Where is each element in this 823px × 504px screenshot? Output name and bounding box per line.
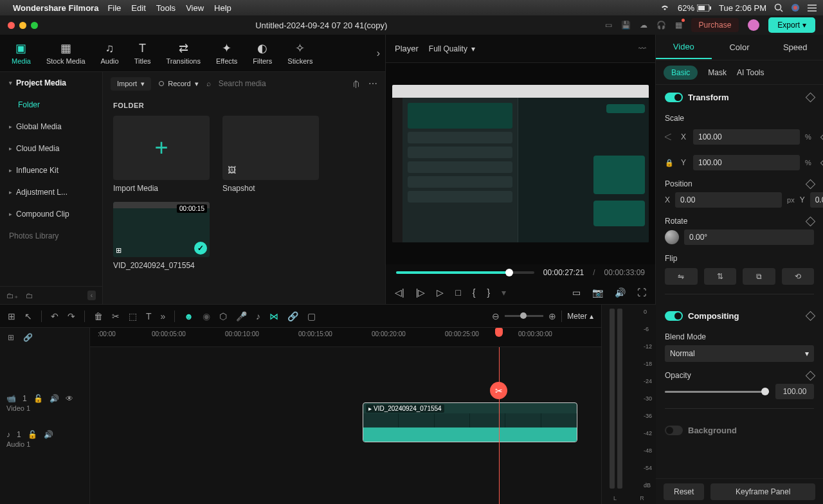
more-tools-icon[interactable]: »	[161, 311, 166, 321]
tabs-more-icon[interactable]: ›	[377, 48, 380, 59]
crop-icon[interactable]: ⬚	[129, 311, 137, 321]
visibility-icon[interactable]: 👁	[66, 394, 73, 403]
lock-icon[interactable]: 🔓	[28, 430, 37, 439]
cloud-icon[interactable]: ☁	[640, 21, 647, 30]
sidebar-collapse-icon[interactable]: ‹	[87, 291, 96, 300]
folder-icon[interactable]: 🗀	[26, 291, 33, 300]
text-icon[interactable]: T	[146, 311, 152, 321]
ai-icon[interactable]: ☻	[184, 311, 194, 321]
close-window[interactable]	[8, 22, 15, 29]
subtab-ai-tools[interactable]: AI Tools	[737, 68, 764, 77]
subtab-basic[interactable]: Basic	[664, 66, 698, 80]
snapshot-icon[interactable]: 📷	[592, 287, 603, 298]
opacity-slider[interactable]	[665, 391, 769, 393]
tab-stock-media[interactable]: ▦Stock Media	[40, 39, 92, 68]
media-clip-tile[interactable]: 00:00:15 ✓ ⊞ VID_20240924_071554	[113, 202, 210, 270]
link-icon[interactable]: 🔗	[287, 311, 298, 321]
stop-icon[interactable]: □	[455, 287, 460, 298]
redo-icon[interactable]: ↷	[68, 311, 75, 321]
import-dropdown[interactable]: Import▾	[111, 77, 151, 91]
sidebar-folder[interactable]: Folder	[0, 94, 102, 116]
sidebar-item-global-media[interactable]: ▸Global Media	[0, 116, 102, 138]
sidebar-item-photos[interactable]: Photos Library	[0, 225, 102, 247]
minimize-window[interactable]	[19, 22, 26, 29]
cursor-icon[interactable]: ↖	[24, 311, 32, 321]
tab-audio[interactable]: ♫Audio	[95, 39, 125, 68]
sidebar-item-compound-clip[interactable]: ▸Compound Clip	[0, 203, 102, 225]
scale-y-input[interactable]	[693, 155, 800, 170]
mic-icon[interactable]: 🎤	[236, 311, 247, 321]
volume-icon[interactable]: 🔊	[615, 287, 626, 298]
menu-help[interactable]: Help	[214, 3, 231, 13]
playhead[interactable]: ✂	[499, 347, 500, 504]
prev-frame-icon[interactable]: ◁|	[395, 287, 404, 298]
save-icon[interactable]: 💾	[621, 21, 631, 30]
import-media-tile[interactable]: + Import Media	[113, 116, 210, 193]
background-toggle[interactable]	[665, 426, 683, 435]
sidebar-item-cloud-media[interactable]: ▸Cloud Media	[0, 138, 102, 159]
magnet-icon[interactable]: ⋈	[269, 311, 278, 321]
lock-icon[interactable]: 🔒	[665, 159, 674, 167]
filter-icon[interactable]: ⫛	[352, 78, 361, 89]
record-dropdown[interactable]: Record▾	[159, 80, 198, 88]
menu-view[interactable]: View	[186, 3, 204, 13]
blend-mode-select[interactable]: Normal▾	[665, 345, 814, 362]
display-icon[interactable]: ▭	[572, 287, 581, 298]
menu-edit[interactable]: Edit	[131, 3, 145, 13]
play-icon[interactable]: ▷	[437, 287, 444, 298]
purchase-button[interactable]: Purchase	[691, 18, 739, 32]
shield-icon[interactable]: ⬡	[219, 311, 227, 321]
play-back-icon[interactable]: |▷	[416, 287, 426, 298]
flip-reset-button[interactable]: ⟲	[782, 268, 815, 285]
quality-dropdown[interactable]: Full Quality▾	[429, 44, 475, 53]
position-y-input[interactable]	[810, 192, 823, 208]
keyframe-icon[interactable]	[806, 216, 816, 226]
flip-vertical-button[interactable]: ⇅	[704, 268, 737, 285]
split-icon[interactable]: ✂	[112, 311, 120, 321]
preview-viewport[interactable]	[386, 63, 655, 264]
sidebar-item-adjustment[interactable]: ▸Adjustment L...	[0, 181, 102, 203]
video-track-head[interactable]: 📹1🔓🔊👁 Video 1	[0, 383, 89, 423]
spotlight-icon[interactable]	[774, 3, 783, 12]
marker-add-icon[interactable]: ▢	[307, 311, 316, 321]
new-folder-icon[interactable]: 🗀₊	[6, 291, 18, 300]
flip-horizontal-button[interactable]: ⇋	[665, 268, 698, 285]
undo-icon[interactable]: ↶	[51, 311, 59, 321]
progress-slider[interactable]	[396, 271, 534, 274]
position-x-input[interactable]	[675, 192, 782, 208]
keyframe-icon[interactable]	[806, 93, 816, 103]
zoom-in-icon[interactable]: ⊕	[548, 311, 556, 321]
app-name[interactable]: Wondershare Filmora	[13, 3, 98, 13]
more-icon[interactable]: ⋯	[368, 78, 377, 89]
music-icon[interactable]: ♪	[256, 311, 260, 321]
inspector-tab-speed[interactable]: Speed	[767, 36, 823, 59]
sidebar-item-influence-kit[interactable]: ▸Influence Kit	[0, 159, 102, 181]
cut-icon[interactable]: ✂	[490, 382, 507, 399]
inspector-tab-color[interactable]: Color	[712, 36, 768, 59]
apps-icon[interactable]: ▦	[675, 21, 682, 30]
scopes-icon[interactable]: 〰	[638, 44, 646, 53]
compositing-toggle[interactable]	[665, 311, 683, 321]
tab-media[interactable]: ▣Media	[5, 39, 37, 68]
search-input[interactable]	[219, 79, 344, 88]
menu-file[interactable]: File	[107, 3, 121, 13]
tab-transitions[interactable]: ⇄Transitions	[160, 39, 207, 68]
traffic-lights[interactable]	[8, 22, 38, 29]
keyframe-icon[interactable]	[806, 179, 816, 189]
rotate-input[interactable]	[684, 230, 814, 245]
track-add-icon[interactable]: ⊞	[8, 333, 14, 342]
keyframe-icon[interactable]	[820, 158, 823, 168]
subtab-mask[interactable]: Mask	[708, 68, 727, 77]
delete-icon[interactable]: 🗑	[94, 311, 103, 321]
lock-icon[interactable]: 🔓	[33, 394, 43, 403]
mute-icon[interactable]: 🔊	[44, 430, 53, 439]
zoom-out-icon[interactable]: ⊖	[492, 311, 500, 321]
clock[interactable]: Tue 2:06 PM	[719, 3, 766, 13]
keyframe-icon[interactable]	[820, 132, 823, 142]
timeline-ruler[interactable]: :00:00 00:00:05:00 00:00:10:00 00:00:15:…	[90, 328, 601, 347]
keyframe-icon[interactable]	[806, 311, 816, 321]
tab-filters[interactable]: ◐Filters	[246, 39, 278, 68]
transform-toggle[interactable]	[665, 93, 683, 102]
fullscreen-icon[interactable]: ⛶	[637, 287, 646, 298]
mute-icon[interactable]: 🔊	[50, 394, 59, 403]
